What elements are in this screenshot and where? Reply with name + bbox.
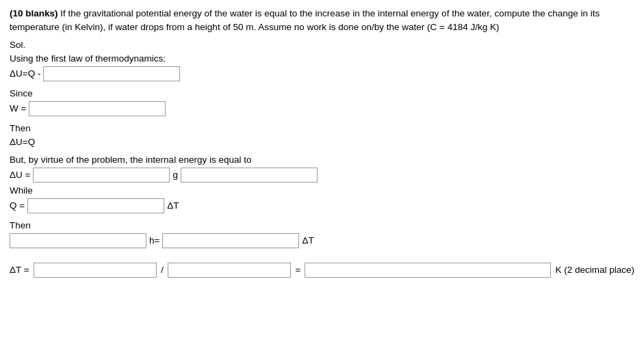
problem-text: (10 blanks) If the gravitational potenti… xyxy=(10,7,634,35)
w-eq-label: W = xyxy=(10,103,26,114)
using-section: Using the first law of thermodynamics: xyxy=(10,53,634,64)
then-right-input[interactable] xyxy=(162,233,299,248)
h-eq-label: h= xyxy=(149,235,159,246)
delta-u-eq-row: ΔU=Q - xyxy=(10,66,634,81)
delta-t-denominator-input[interactable] xyxy=(168,263,291,278)
w-input[interactable] xyxy=(29,101,166,116)
then-left-input[interactable] xyxy=(10,233,146,248)
using-label: Using the first law of thermodynamics: xyxy=(10,53,166,64)
delta-u-input[interactable] xyxy=(43,66,180,81)
delta-t-final-label: ΔT = xyxy=(10,265,29,275)
final-row: ΔT = / = K (2 decimal place) xyxy=(10,263,634,278)
delta-t-label2: ΔT xyxy=(302,235,313,246)
but-section: But, by virtue of the problem, the inter… xyxy=(10,154,634,165)
g-label: g xyxy=(172,170,178,180)
then-label1: Then xyxy=(10,123,31,133)
while-label: While xyxy=(10,185,33,196)
delta-u-eq2-row: ΔU = g xyxy=(10,168,634,183)
then-label2: Then xyxy=(10,220,31,230)
but-label: But, by virtue of the problem, the inter… xyxy=(10,155,251,165)
delta-u-eq2-label: ΔU = xyxy=(10,170,30,180)
delta-t-result-input[interactable] xyxy=(305,263,551,278)
then-section2: Then xyxy=(10,220,634,230)
k-label: K (2 decimal place) xyxy=(555,265,634,275)
delta-u-eq-label: ΔU=Q - xyxy=(10,68,40,79)
then-eq-row: h= ΔT xyxy=(10,233,634,248)
sol-label: Sol. xyxy=(10,40,25,50)
delta-t-numerator-input[interactable] xyxy=(34,263,157,278)
delta-u-input2b[interactable] xyxy=(181,168,318,183)
while-section: While xyxy=(10,185,634,196)
q-eq-label: Q = xyxy=(10,200,25,211)
q-eq-row: Q = ΔT xyxy=(10,198,634,213)
problem-prefix: (10 blanks) xyxy=(10,8,58,18)
since-label: Since xyxy=(10,88,33,98)
delta-u-q-label: ΔU=Q xyxy=(10,137,35,147)
problem-body: If the gravitational potential energy of… xyxy=(10,8,600,32)
equals-label: = xyxy=(295,265,300,275)
sol-section: Sol. xyxy=(10,39,634,50)
w-eq-row: W = xyxy=(10,101,634,116)
delta-t-label1: ΔT xyxy=(167,200,179,211)
delta-u-input2[interactable] xyxy=(33,168,170,183)
q-input[interactable] xyxy=(27,198,164,213)
slash-label: / xyxy=(161,265,164,275)
since-section: Since xyxy=(10,88,634,98)
delta-u-q-section: ΔU=Q xyxy=(10,136,634,147)
then-section1: Then xyxy=(10,122,634,133)
